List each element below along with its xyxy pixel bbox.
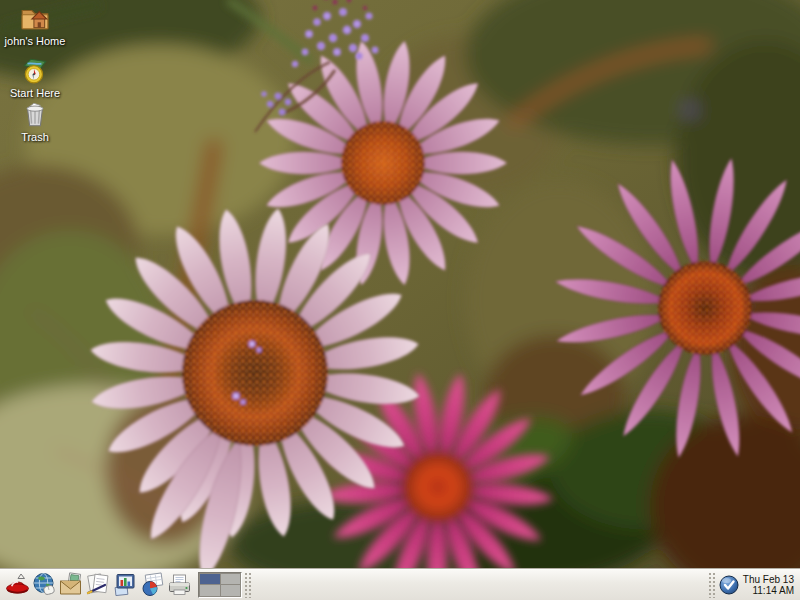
panel-drag-handle[interactable] (244, 572, 252, 598)
desktop-icon-label: Trash (21, 131, 49, 143)
workspace-2[interactable] (221, 574, 241, 585)
panel-drag-handle[interactable] (708, 572, 716, 598)
workspace-3[interactable] (200, 585, 220, 596)
desktop-icon-johns-home[interactable]: john's Home (2, 3, 68, 47)
desktop-icon-label: john's Home (5, 35, 66, 47)
redhat-menu-button[interactable] (4, 570, 31, 600)
writer-button[interactable] (85, 570, 112, 600)
desktop-icon-trash[interactable]: Trash (2, 99, 68, 143)
desktop-icon-label: Start Here (10, 87, 60, 99)
screen: john's Home Start Here (0, 0, 800, 600)
desktop[interactable]: john's Home Start Here (0, 0, 800, 568)
start-here-icon (20, 55, 50, 85)
email-icon (58, 571, 85, 598)
printer-icon (166, 571, 193, 598)
desktop-icon-start-here[interactable]: Start Here (2, 55, 68, 99)
redhat-network-icon (718, 574, 740, 596)
clock-time: 11:14 AM (743, 585, 794, 596)
impress-button[interactable] (112, 570, 139, 600)
clock-date: Thu Feb 13 (743, 574, 794, 585)
redhat-menu-icon (4, 571, 31, 598)
workspace-switcher[interactable] (198, 572, 242, 598)
trash-icon (20, 99, 50, 129)
email-button[interactable] (58, 570, 85, 600)
workspace-4[interactable] (221, 585, 241, 596)
wallpaper-image (0, 0, 800, 568)
impress-icon (112, 571, 139, 598)
calc-button[interactable] (139, 570, 166, 600)
redhat-network-button[interactable] (718, 574, 740, 596)
panel-launchers (0, 570, 193, 600)
printer-button[interactable] (166, 570, 193, 600)
workspace-1[interactable] (200, 574, 220, 585)
writer-icon (85, 571, 112, 598)
web-browser-button[interactable] (31, 570, 58, 600)
calc-icon (139, 571, 166, 598)
taskbar-panel: Thu Feb 13 11:14 AM (0, 568, 800, 600)
home-folder-icon (20, 3, 50, 33)
web-browser-icon (31, 571, 58, 598)
panel-clock[interactable]: Thu Feb 13 11:14 AM (743, 574, 794, 596)
